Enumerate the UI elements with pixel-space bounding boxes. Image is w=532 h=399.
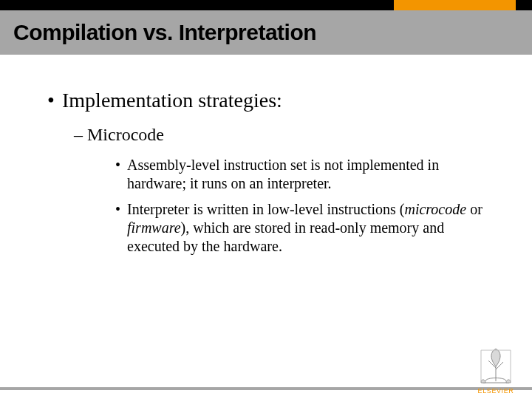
- bullet-icon: •: [115, 200, 127, 219]
- level3-text-2-ital2: firmware: [127, 219, 181, 236]
- publisher-logo: ELSEVIER: [470, 338, 522, 395]
- elsevier-tree-icon: [475, 344, 516, 386]
- level2-text: Microcode: [87, 125, 164, 144]
- bullet-icon: •: [115, 156, 127, 174]
- level3-text-2-mid: or: [466, 201, 482, 217]
- footer-rule: [0, 387, 532, 390]
- level1-text: Implementation strategies:: [62, 89, 282, 112]
- bullet-level1: •Implementation strategies:: [47, 87, 489, 113]
- body-content: •Implementation strategies: –Microcode •…: [47, 87, 489, 263]
- bullet-level3: •Interpreter is written in low-level ins…: [115, 200, 489, 256]
- bullet-icon: •: [47, 87, 62, 113]
- title-bar: Compilation vs. Interpretation: [0, 10, 532, 55]
- slide: Compilation vs. Interpretation •Implemen…: [0, 0, 532, 399]
- bullet-level3: •Assembly-level instruction set is not i…: [115, 156, 489, 193]
- bullet-level2: –Microcode: [74, 123, 489, 146]
- dash-icon: –: [74, 123, 87, 146]
- level3-text-2-pre: Interpreter is written in low-level inst…: [127, 201, 404, 217]
- level3-text-1: Assembly-level instruction set is not im…: [127, 157, 439, 191]
- slide-title: Compilation vs. Interpretation: [13, 20, 316, 45]
- publisher-name: ELSEVIER: [478, 387, 514, 395]
- level3-text-2-ital1: microcode: [404, 201, 466, 217]
